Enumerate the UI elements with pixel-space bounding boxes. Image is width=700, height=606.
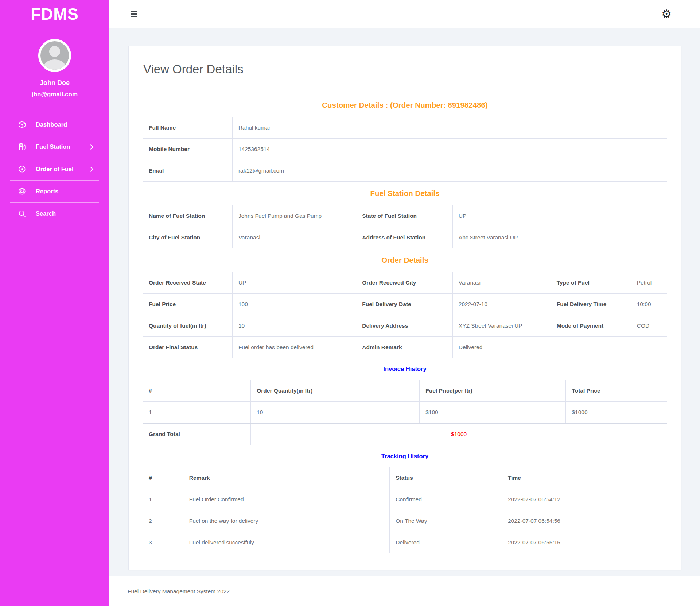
value-cell: rak12@gmail.com bbox=[232, 160, 667, 182]
label-cell: Order Final Status bbox=[143, 337, 233, 358]
topbar-divider bbox=[147, 9, 147, 19]
sidebar-item-fuel-station[interactable]: Fuel Station bbox=[0, 136, 109, 158]
fuel-station-details-table: Fuel Station Details Name of Fuel Statio… bbox=[143, 181, 667, 248]
value-cell: Delivered bbox=[452, 337, 667, 358]
invoice-history-table: Invoice History # Order Quantity(in ltr)… bbox=[143, 358, 667, 445]
search-icon bbox=[18, 209, 26, 218]
value-cell: 2 bbox=[143, 510, 183, 532]
value-cell: Varanasi bbox=[452, 272, 551, 294]
sidebar-item-order-of-fuel[interactable]: Order of Fuel bbox=[0, 158, 109, 180]
value-cell: 2022-07-07 06:55:15 bbox=[502, 532, 667, 553]
sidebar-item-search[interactable]: Search bbox=[0, 202, 109, 225]
sidebar-item-label: Order of Fuel bbox=[36, 166, 74, 173]
fuel-station-details-header: Fuel Station Details bbox=[143, 182, 667, 205]
fuel-pump-icon bbox=[18, 143, 26, 151]
section-header-row: Tracking History bbox=[143, 445, 667, 467]
order-details-header: Order Details bbox=[143, 248, 667, 272]
table-row: Email rak12@gmail.com bbox=[143, 160, 667, 182]
value-cell: $1000 bbox=[566, 402, 667, 424]
label-cell: Order Received City bbox=[356, 272, 453, 294]
hamburger-icon[interactable] bbox=[130, 9, 138, 19]
label-cell: City of Fuel Station bbox=[143, 227, 233, 248]
order-details-tables: Customer Details : (Order Number: 891982… bbox=[143, 93, 667, 553]
sidebar-item-dashboard[interactable]: Dashboard bbox=[0, 113, 109, 136]
value-cell: Abc Street Varanasi UP bbox=[452, 227, 667, 248]
value-cell: UP bbox=[452, 205, 667, 227]
footer: Fuel Delivery Management System 2022 bbox=[109, 576, 700, 606]
value-cell: 2022-07-07 06:54:56 bbox=[502, 510, 667, 532]
label-cell: Mode of Payment bbox=[551, 315, 631, 337]
table-row: 2 Fuel on the way for delivery On The Wa… bbox=[143, 510, 667, 532]
sidebar-item-label: Fuel Station bbox=[36, 143, 70, 150]
avatar bbox=[38, 39, 71, 72]
label-cell: Type of Fuel bbox=[551, 272, 631, 294]
column-header: Total Price bbox=[566, 380, 667, 402]
value-cell: UP bbox=[232, 272, 356, 294]
label-cell: Delivery Address bbox=[356, 315, 453, 337]
label-cell: Fuel Delivery Date bbox=[356, 294, 453, 315]
sidebar-item-reports[interactable]: Reports bbox=[0, 180, 109, 202]
value-cell: 10 bbox=[232, 315, 356, 337]
value-cell: XYZ Street Varanasei UP bbox=[452, 315, 551, 337]
page-content: View Order Details Customer Details : (O… bbox=[109, 28, 700, 576]
order-details-table: Order Details Order Received State UP Or… bbox=[143, 248, 667, 358]
user-email: jhn@gmail.com bbox=[32, 91, 78, 98]
value-cell: Johns Fuel Pump and Gas Pump bbox=[232, 205, 356, 227]
value-cell: 1 bbox=[143, 402, 251, 424]
section-header-row: Fuel Station Details bbox=[143, 182, 667, 205]
column-header: Fuel Price(per ltr) bbox=[420, 380, 566, 402]
section-header-row: Invoice History bbox=[143, 358, 667, 380]
gear-icon[interactable]: ⚙ bbox=[661, 8, 672, 20]
value-cell: 2022-07-10 bbox=[452, 294, 551, 315]
sidebar: FDMS John Doe jhn@gmail.com Dashboard Fu… bbox=[0, 0, 109, 606]
order-details-card: View Order Details Customer Details : (O… bbox=[128, 46, 681, 570]
label-cell: Fuel Delivery Time bbox=[551, 294, 631, 315]
table-row: Name of Fuel Station Johns Fuel Pump and… bbox=[143, 205, 667, 227]
customer-details-table: Customer Details : (Order Number: 891982… bbox=[143, 93, 667, 182]
cube-icon bbox=[18, 120, 26, 129]
value-cell: 100 bbox=[232, 294, 356, 315]
value-cell: 2022-07-07 06:54:12 bbox=[502, 489, 667, 510]
value-cell: 3 bbox=[143, 532, 183, 553]
value-cell: Rahul kumar bbox=[232, 117, 667, 139]
label-cell: Full Name bbox=[143, 117, 233, 139]
value-cell: COD bbox=[631, 315, 667, 337]
value-cell: Confirmed bbox=[390, 489, 502, 510]
topbar: ⚙ bbox=[109, 0, 700, 28]
table-header-row: # Order Quantity(in ltr) Fuel Price(per … bbox=[143, 380, 667, 402]
sidebar-item-label: Reports bbox=[36, 188, 58, 195]
table-row: Mobile Number 1425362514 bbox=[143, 139, 667, 160]
tracking-history-table: Tracking History # Remark Status Time 1 … bbox=[143, 445, 667, 553]
customer-details-header: Customer Details : (Order Number: 891982… bbox=[143, 93, 667, 117]
chevron-right-icon bbox=[88, 144, 93, 149]
section-header-row: Order Details bbox=[143, 248, 667, 272]
table-row: 1 10 $100 $1000 bbox=[143, 402, 667, 424]
value-cell: On The Way bbox=[390, 510, 502, 532]
invoice-history-link[interactable]: Invoice History bbox=[143, 358, 667, 380]
value-cell: 1 bbox=[143, 489, 183, 510]
value-cell: Petrol bbox=[631, 272, 667, 294]
label-cell: Admin Remark bbox=[356, 337, 453, 358]
column-header: # bbox=[143, 467, 183, 489]
table-row: Order Final Status Fuel order has been d… bbox=[143, 337, 667, 358]
value-cell: Fuel Order Confirmed bbox=[183, 489, 390, 510]
footer-text: Fuel Delivery Management System 2022 bbox=[128, 588, 230, 595]
value-cell: 1425362514 bbox=[232, 139, 667, 160]
page-title: View Order Details bbox=[143, 62, 667, 76]
table-row: 1 Fuel Order Confirmed Confirmed 2022-07… bbox=[143, 489, 667, 510]
value-cell: Fuel delivered succesffuly bbox=[183, 532, 390, 553]
table-header-row: # Remark Status Time bbox=[143, 467, 667, 489]
tracking-history-link[interactable]: Tracking History bbox=[143, 445, 667, 467]
value-cell: Fuel order has been delivered bbox=[232, 337, 356, 358]
column-header: Remark bbox=[183, 467, 390, 489]
main-area: ⚙ View Order Details Customer Details : … bbox=[109, 0, 700, 606]
sidebar-item-label: Dashboard bbox=[36, 121, 67, 128]
table-row: Quantity of fuel(in ltr) 10 Delivery Add… bbox=[143, 315, 667, 337]
user-profile: John Doe jhn@gmail.com bbox=[0, 39, 109, 98]
brand-logo: FDMS bbox=[0, 0, 109, 28]
label-cell: Quantity of fuel(in ltr) bbox=[143, 315, 233, 337]
target-icon bbox=[18, 165, 26, 174]
user-name: John Doe bbox=[40, 79, 70, 87]
table-row: 3 Fuel delivered succesffuly Delivered 2… bbox=[143, 532, 667, 553]
label-cell: Address of Fuel Station bbox=[356, 227, 453, 248]
